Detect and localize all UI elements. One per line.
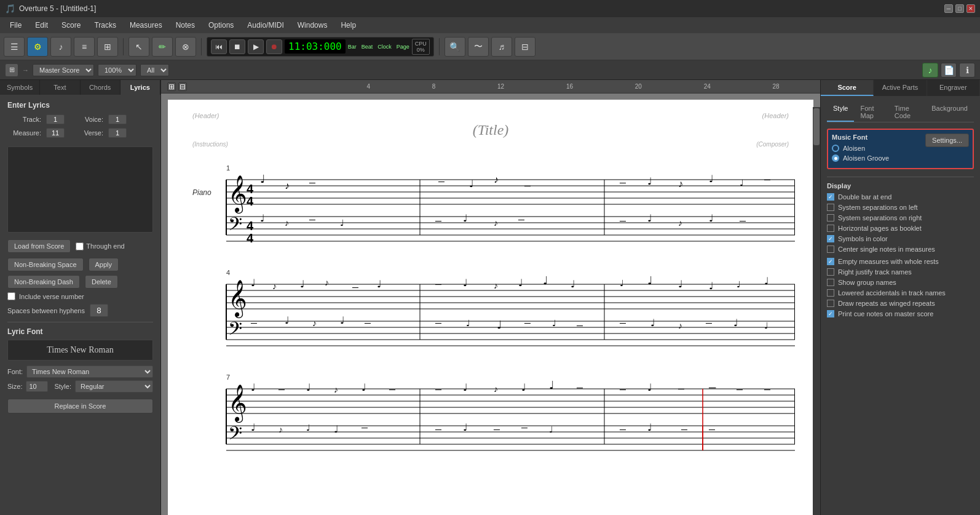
menu-measures[interactable]: Measures xyxy=(124,20,168,31)
radio-aloisen-groove[interactable] xyxy=(832,154,839,162)
include-verse-checkbox[interactable] xyxy=(7,292,15,300)
toolbar-select-btn[interactable]: ↖ xyxy=(128,37,149,57)
menu-options[interactable]: Options xyxy=(202,20,240,31)
cb-winged-repeats[interactable]: Draw repeats as winged repeats xyxy=(827,300,974,307)
score-content[interactable]: (Header) (Header) (Title) (Instructions)… xyxy=(161,94,820,515)
header-left: (Header) xyxy=(192,112,219,119)
rewind-button[interactable]: ⏮ xyxy=(211,39,227,54)
toolbar-wave[interactable]: 〜 xyxy=(468,37,489,57)
masterbar-icon1[interactable]: ⊞ xyxy=(5,63,18,77)
toolbar-settings-btn[interactable]: ⚙ xyxy=(27,37,48,57)
tab-engraver[interactable]: Engraver xyxy=(927,80,980,96)
voice-value[interactable]: 1 xyxy=(108,114,127,124)
minimize-button[interactable]: ─ xyxy=(944,4,953,13)
tab-chords[interactable]: Chords xyxy=(81,80,121,95)
scroll-v[interactable] xyxy=(813,107,820,515)
svg-text:♪: ♪ xyxy=(325,277,329,287)
cb-double-bar-label: Double bar at end xyxy=(838,193,891,201)
size-input[interactable] xyxy=(26,381,48,392)
svg-text:─: ─ xyxy=(309,178,315,188)
cb-sep-left[interactable]: System separations on left xyxy=(827,204,974,211)
toolbar-pencil-btn[interactable]: ✏ xyxy=(152,37,173,57)
play-button[interactable]: ▶ xyxy=(248,39,264,54)
score-view-btn[interactable]: ♪ xyxy=(922,63,938,78)
range-select[interactable]: All xyxy=(140,64,169,76)
subtab-style[interactable]: Style xyxy=(827,102,854,122)
through-end-checkbox[interactable] xyxy=(76,242,84,250)
system2-treble: 𝄞 ♩ ♪ ♩ ♪ ─ ♩ ─ ♩ ♪ xyxy=(226,274,795,340)
svg-text:♩: ♩ xyxy=(285,315,290,325)
tab-active-parts[interactable]: Active Parts xyxy=(874,80,927,96)
cb-symbols-color[interactable]: Symbols in color xyxy=(827,235,974,242)
lyrics-textarea[interactable] xyxy=(7,146,153,233)
info-btn[interactable]: ℹ xyxy=(959,63,975,78)
non-breaking-dash-button[interactable]: Non-Breaking Dash xyxy=(7,275,80,289)
aloisen-groove-label: Aloisen Groove xyxy=(843,154,889,162)
menu-file[interactable]: File xyxy=(4,20,28,31)
maximize-button[interactable]: □ xyxy=(955,4,964,13)
cb-empty-measures[interactable]: Empty measures with whole rests xyxy=(827,258,974,265)
master-score-select[interactable]: Master Score xyxy=(33,64,94,76)
cb-print-cue[interactable]: Print cue notes on master score xyxy=(827,310,974,317)
toolbar-zoom-in[interactable]: 🔍 xyxy=(445,37,465,57)
menu-help[interactable]: Help xyxy=(334,20,362,31)
toolbar-eraser-btn[interactable]: ⊗ xyxy=(175,37,196,57)
cpu-percent: 0% xyxy=(417,47,425,53)
score-header: (Header) (Header) xyxy=(192,112,789,119)
menu-notes[interactable]: Notes xyxy=(170,20,201,31)
load-from-score-button[interactable]: Load from Score xyxy=(7,239,71,253)
cb-center-notes[interactable]: Center single notes in measures xyxy=(827,246,974,253)
cb-winged-repeats-icon xyxy=(827,300,834,307)
track-row: Track: 1 Voice: 1 xyxy=(7,114,153,124)
svg-text:♩: ♩ xyxy=(647,274,652,287)
toolbar-menu-btn[interactable]: ☰ xyxy=(4,37,25,57)
toolbar-mixer-btn[interactable]: ⊞ xyxy=(97,37,118,57)
record-button[interactable]: ⏺ xyxy=(266,39,282,54)
apply-button[interactable]: Apply xyxy=(89,258,119,271)
scroll-thumb[interactable] xyxy=(813,108,820,145)
menu-edit[interactable]: Edit xyxy=(29,20,54,31)
subtab-timecode[interactable]: Time Code xyxy=(888,102,926,122)
close-button[interactable]: ✕ xyxy=(966,4,975,13)
cb-sep-right[interactable]: System separations on right xyxy=(827,214,974,222)
parts-view-btn[interactable]: 📄 xyxy=(941,63,957,78)
menu-audiomidi[interactable]: Audio/MIDI xyxy=(241,20,290,31)
zoom-select[interactable]: 100% xyxy=(98,64,136,76)
menu-score[interactable]: Score xyxy=(55,20,87,31)
toolbar-notes[interactable]: ♬ xyxy=(491,37,512,57)
toolbar-list-btn[interactable]: ≡ xyxy=(74,37,95,57)
tab-text[interactable]: Text xyxy=(40,80,80,95)
menu-tracks[interactable]: Tracks xyxy=(88,20,122,31)
stop-button[interactable]: ⏹ xyxy=(229,39,245,54)
verse-value[interactable]: 1 xyxy=(108,128,127,138)
delete-button[interactable]: Delete xyxy=(85,275,118,289)
tab-lyrics[interactable]: Lyrics xyxy=(121,80,160,95)
toolbar-audio-btn[interactable]: ♪ xyxy=(50,37,71,57)
settings-button[interactable]: Settings... xyxy=(925,134,969,147)
cb-show-group[interactable]: Show group names xyxy=(827,279,974,286)
style-select[interactable]: Regular xyxy=(75,380,153,393)
cb-double-bar[interactable]: Double bar at end xyxy=(827,193,974,201)
radio-aloisen[interactable] xyxy=(832,145,839,152)
svg-text:♩: ♩ xyxy=(647,176,652,186)
cb-right-justify[interactable]: Right justify track names xyxy=(827,268,974,276)
cb-booklet[interactable]: Horizontal pages as booklet xyxy=(827,225,974,232)
cb-lowered-acc[interactable]: Lowered accidentals in track names xyxy=(827,289,974,297)
subtab-fontmap[interactable]: Font Map xyxy=(854,102,888,122)
titlebar-controls[interactable]: ─ □ ✕ xyxy=(944,4,975,13)
ruler-toggle2[interactable]: ⊟ xyxy=(178,82,187,91)
non-breaking-space-button[interactable]: Non-Breaking Space xyxy=(7,258,84,271)
spaces-input[interactable] xyxy=(90,304,108,317)
track-value[interactable]: 1 xyxy=(46,114,65,124)
style-panel: Style Font Map Time Code Background Musi… xyxy=(821,96,980,515)
replace-in-score-button[interactable]: Replace in Score xyxy=(7,399,153,413)
tab-score[interactable]: Score xyxy=(821,80,874,96)
tab-symbols[interactable]: Symbols xyxy=(0,80,40,95)
ruler-toggle[interactable]: ⊞ xyxy=(167,82,176,91)
measure-value[interactable]: 11 xyxy=(46,128,65,138)
font-select[interactable]: Times New Roman xyxy=(26,365,153,378)
svg-text:─: ─ xyxy=(681,425,687,434)
toolbar-fader[interactable]: ⊟ xyxy=(515,37,535,57)
menu-windows[interactable]: Windows xyxy=(291,20,334,31)
subtab-background[interactable]: Background xyxy=(925,102,974,122)
